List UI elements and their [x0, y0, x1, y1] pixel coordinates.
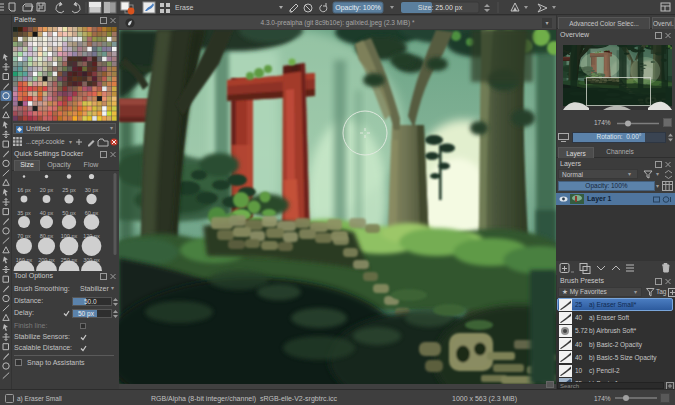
svg-text:70 px: 70 px	[17, 233, 31, 239]
svg-text:40 px: 40 px	[40, 210, 54, 216]
svg-text:50 px: 50 px	[62, 210, 76, 216]
svg-text:25 px: 25 px	[62, 187, 76, 193]
svg-text:Opacity: 100%: Opacity: 100%	[335, 4, 381, 12]
svg-text:30 px: 30 px	[85, 187, 99, 193]
svg-text:Erase: Erase	[175, 4, 193, 11]
svg-text:Size: 25.00 px: Size: 25.00 px	[418, 4, 463, 12]
svg-text:35 px: 35 px	[17, 210, 31, 216]
svg-text:20 px: 20 px	[40, 187, 54, 193]
svg-text:16 px: 16 px	[17, 187, 31, 193]
